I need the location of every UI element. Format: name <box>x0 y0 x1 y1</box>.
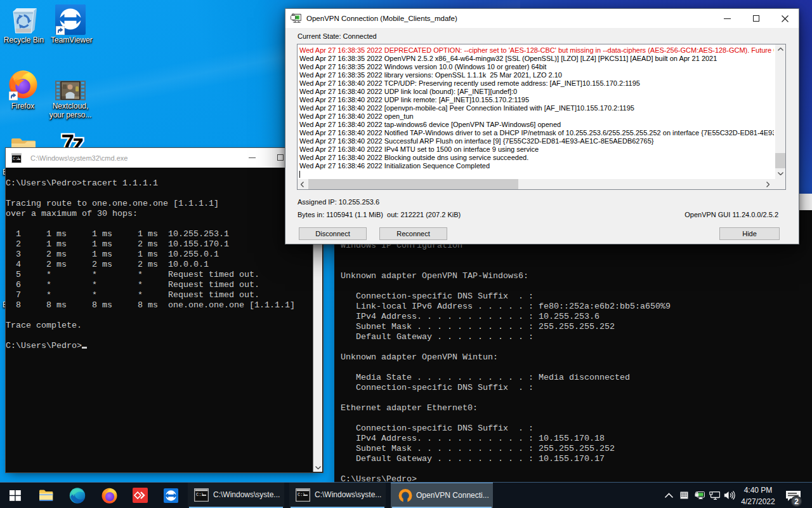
svg-text:2: 2 <box>794 497 799 506</box>
svg-text:C:\: C:\ <box>298 492 306 497</box>
svg-text:C:\: C:\ <box>196 492 204 497</box>
